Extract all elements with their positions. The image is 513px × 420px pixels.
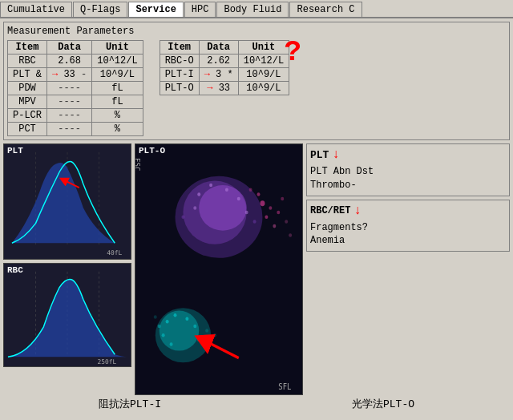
plt-down-arrow-icon: ↓ bbox=[332, 147, 340, 162]
svg-point-16 bbox=[209, 184, 212, 188]
svg-point-24 bbox=[265, 215, 268, 219]
impedance-method-label: 阻抗法PLT-I bbox=[99, 397, 161, 411]
cell-unit: % bbox=[92, 109, 143, 123]
cell-unit: 10^12/L bbox=[92, 55, 143, 68]
right-col-unit: Unit bbox=[238, 41, 289, 55]
left-charts-column: PLT bbox=[3, 143, 131, 395]
svg-point-29 bbox=[281, 197, 284, 201]
svg-point-15 bbox=[197, 192, 200, 196]
plt-info-box: PLT ↓ PLT Abn Dst Thrombo- bbox=[306, 143, 510, 196]
svg-point-35 bbox=[166, 320, 169, 324]
left-params-table: Item Data Unit RBC 2.68 10^12/L PLT & → … bbox=[7, 40, 143, 136]
cell-unit: % bbox=[92, 123, 143, 136]
params-section: Measurement Parameters Item Data Unit RB… bbox=[3, 22, 510, 140]
svg-point-30 bbox=[249, 188, 252, 192]
tab-cumulative[interactable]: Cumulative bbox=[0, 2, 72, 17]
table-row: PLT & → 33 - 10^9/L bbox=[8, 68, 143, 82]
svg-point-17 bbox=[225, 188, 228, 192]
table-row: MPV ---- fL bbox=[8, 95, 143, 109]
left-col-item: Item bbox=[8, 41, 47, 55]
svg-point-36 bbox=[174, 313, 177, 317]
plt-abn-text: PLT Abn Dst Thrombo- bbox=[310, 165, 506, 192]
table-row: P-LCR ---- % bbox=[8, 109, 143, 123]
plt-chart: PLT bbox=[3, 143, 131, 260]
cell-item: RBC bbox=[8, 55, 47, 68]
rbc-info-box: RBC/RET ↓ Fragments? Anemia bbox=[306, 200, 510, 252]
cell-data-dash: ---- bbox=[47, 109, 92, 123]
rbc-text-line1: Fragments? bbox=[310, 221, 506, 235]
cell-item: PLT-I bbox=[160, 68, 199, 82]
rbc-info-label: RBC/RET bbox=[310, 205, 350, 216]
right-col-item: Item bbox=[160, 41, 199, 55]
rbc-down-arrow-icon: ↓ bbox=[353, 204, 362, 218]
cell-data-arrow: → 33 - bbox=[47, 68, 92, 82]
cell-item: P-LCR bbox=[8, 109, 47, 123]
plt-info-label: PLT bbox=[310, 149, 329, 161]
svg-point-19 bbox=[245, 211, 248, 215]
svg-point-43 bbox=[205, 329, 208, 333]
cell-unit: 10^9/L bbox=[92, 68, 143, 82]
params-tables: Item Data Unit RBC 2.68 10^12/L PLT & → … bbox=[7, 40, 506, 136]
cell-unit: 10^9/L bbox=[238, 68, 289, 82]
plt-chart-svg: 40fL bbox=[4, 144, 131, 259]
params-title: Measurement Parameters bbox=[7, 26, 506, 37]
plt-o-chart-label: PLT-O bbox=[139, 146, 165, 155]
bottom-labels: 阻抗法PLT-I 光学法PLT-O bbox=[3, 395, 510, 413]
svg-point-26 bbox=[269, 206, 272, 210]
tab-qflags[interactable]: Q-Flags bbox=[73, 2, 127, 17]
svg-point-40 bbox=[170, 342, 173, 346]
cell-data-dash: ---- bbox=[47, 82, 92, 95]
rbc-chart-label: RBC bbox=[7, 265, 23, 275]
cell-unit: fL bbox=[92, 82, 143, 95]
table-row: PCT ---- % bbox=[8, 123, 143, 136]
svg-point-37 bbox=[185, 317, 188, 321]
table-row: PDW ---- fL bbox=[8, 82, 143, 95]
svg-point-44 bbox=[213, 333, 216, 337]
main-content: Measurement Parameters Item Data Unit RB… bbox=[0, 18, 513, 416]
tab-service[interactable]: Service bbox=[128, 2, 183, 17]
svg-text:SFL: SFL bbox=[278, 382, 291, 392]
plt-o-scatter-chart: PLT-O bbox=[135, 143, 303, 395]
cell-data-arrow: → 33 bbox=[199, 82, 238, 95]
tab-hpc[interactable]: HPC bbox=[184, 2, 216, 17]
svg-point-41 bbox=[162, 333, 165, 337]
svg-point-22 bbox=[253, 220, 256, 224]
svg-point-34 bbox=[160, 311, 200, 351]
svg-point-32 bbox=[289, 233, 292, 237]
tab-researchc[interactable]: Research C bbox=[289, 2, 362, 17]
cell-item: RBC-O bbox=[160, 55, 199, 68]
svg-point-42 bbox=[158, 325, 161, 329]
cell-item: PCT bbox=[8, 123, 47, 136]
table-row: PLT-I → 3 * 10^9/L bbox=[160, 68, 289, 82]
plt-text-line2: Thrombo- bbox=[310, 179, 506, 192]
scatter-svg: SFL FSC bbox=[135, 144, 302, 394]
svg-point-31 bbox=[285, 220, 288, 224]
cell-item: MPV bbox=[8, 95, 47, 109]
rbc-text-line2: Anemia bbox=[310, 234, 506, 248]
svg-text:FSC: FSC bbox=[135, 158, 141, 171]
svg-point-28 bbox=[277, 211, 280, 215]
plt-text-line1: PLT Abn Dst bbox=[310, 165, 506, 179]
left-col-data: Data bbox=[47, 41, 92, 55]
right-params-table: Item Data Unit RBC-O 2.62 10^12/L PLT-I bbox=[160, 40, 289, 95]
bottom-section: PLT bbox=[3, 143, 510, 395]
svg-text:40fL: 40fL bbox=[107, 249, 122, 256]
optical-method-label: 光学法PLT-O bbox=[352, 397, 414, 411]
question-mark-icon: ? bbox=[285, 36, 302, 69]
tab-bar: Cumulative Q-Flags Service HPC Body Flui… bbox=[0, 0, 513, 18]
cell-data-dash: ---- bbox=[47, 95, 92, 109]
svg-point-20 bbox=[193, 206, 196, 210]
rbc-info-header: RBC/RET ↓ bbox=[310, 204, 506, 218]
svg-point-38 bbox=[193, 325, 196, 329]
svg-point-27 bbox=[273, 224, 276, 228]
table-row: RBC-O 2.62 10^12/L bbox=[160, 55, 289, 68]
cell-data-dash: ---- bbox=[47, 123, 92, 136]
table-row: RBC 2.68 10^12/L bbox=[8, 55, 143, 68]
tab-bodyfluid[interactable]: Body Fluid bbox=[216, 2, 289, 17]
plt-chart-label: PLT bbox=[7, 146, 23, 155]
cell-data: 2.62 bbox=[199, 55, 238, 68]
cell-data-arrow: → 3 * bbox=[199, 68, 238, 82]
svg-point-14 bbox=[199, 185, 246, 231]
cell-item: PDW bbox=[8, 82, 47, 95]
right-col-data: Data bbox=[199, 41, 238, 55]
